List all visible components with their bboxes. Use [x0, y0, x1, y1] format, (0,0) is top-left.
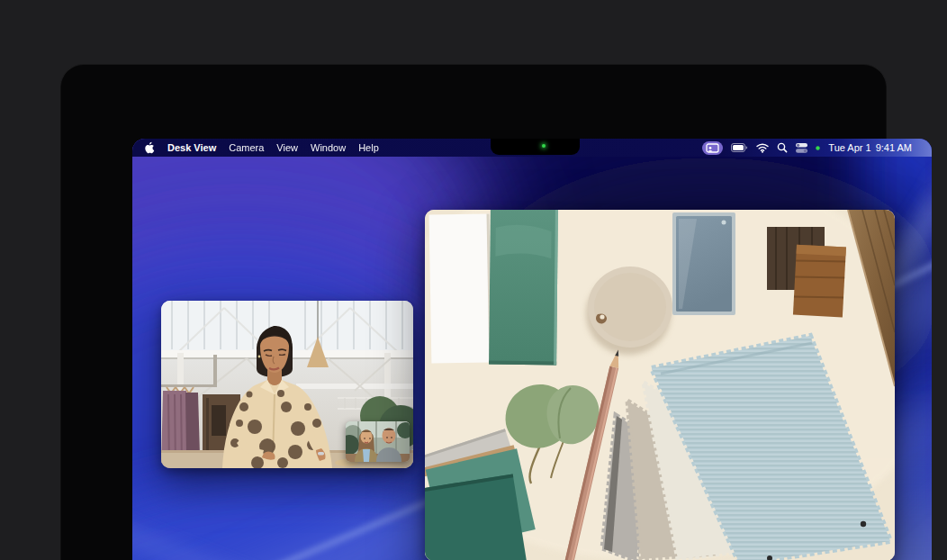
- marketing-scene: { "menu_bar": { "app_name": "Desk View",…: [0, 0, 947, 560]
- facetime-video-window[interactable]: [161, 301, 413, 468]
- caramel-wood-sample: [793, 245, 846, 318]
- menu-view[interactable]: View: [276, 142, 298, 153]
- date-label: Tue Apr 1: [828, 142, 870, 153]
- spotlight-search-icon[interactable]: [777, 142, 788, 153]
- desk-view-feed: [425, 210, 895, 560]
- camera-active-indicator: [816, 146, 820, 150]
- apple-logo[interactable]: [144, 141, 155, 154]
- camera-notch: [491, 139, 580, 155]
- camera-led: [542, 144, 546, 148]
- menu-app-name[interactable]: Desk View: [167, 142, 216, 153]
- menu-window[interactable]: Window: [311, 142, 346, 153]
- macbook-screen: Desk View Camera View Window Help: [132, 139, 932, 560]
- menu-bar-clock[interactable]: Tue Apr 1 9:41 AM: [828, 142, 912, 153]
- slate-tile: [672, 212, 735, 315]
- video-conference-indicator-icon[interactable]: [702, 141, 723, 155]
- macbook-bezel: Desk View Camera View Window Help: [60, 64, 887, 560]
- control-center-icon[interactable]: [796, 143, 807, 153]
- teal-tile: [489, 210, 558, 365]
- desk-view-window[interactable]: [425, 210, 895, 560]
- menu-camera[interactable]: Camera: [229, 142, 264, 153]
- felt-disc: [586, 266, 672, 355]
- battery-icon[interactable]: [731, 143, 748, 152]
- menu-help[interactable]: Help: [358, 142, 379, 153]
- time-label: 9:41 AM: [876, 142, 912, 153]
- wifi-icon[interactable]: [756, 143, 769, 153]
- pip-remote-participants[interactable]: [346, 421, 410, 462]
